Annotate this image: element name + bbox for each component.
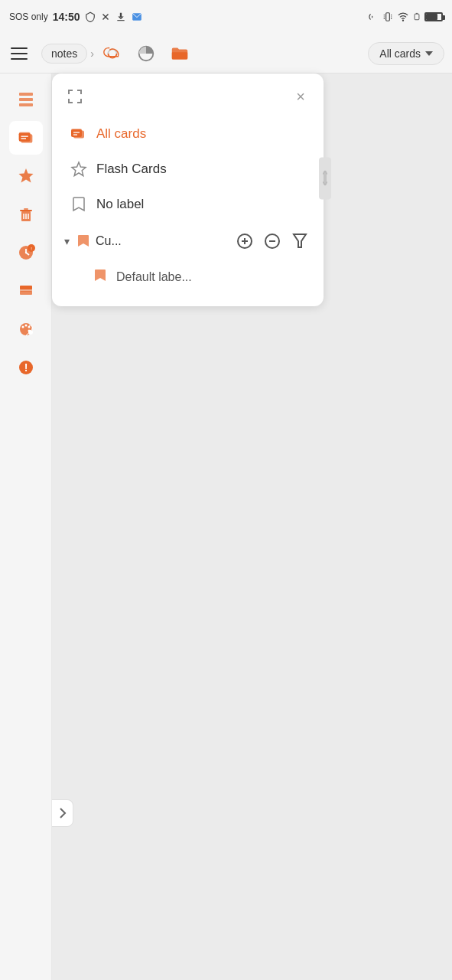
all-cards-menu-icon [70,126,87,142]
close-button[interactable]: × [290,86,311,107]
section-bookmark-icon [76,234,89,249]
alert-icon: ! [16,358,36,377]
svg-rect-37 [20,291,32,295]
sidebar-item-layers[interactable] [9,274,43,308]
minus-icon [263,232,281,250]
shield-icon [85,11,96,22]
no-label-menu-label: No label [96,197,144,212]
svg-rect-14 [172,52,187,59]
svg-rect-20 [18,133,30,142]
x-icon [100,11,111,22]
all-cards-menu-label: All cards [96,126,146,142]
notes-breadcrumb[interactable]: notes [41,44,87,64]
svg-rect-3 [386,13,390,21]
svg-rect-16 [19,98,33,101]
svg-point-44 [28,330,33,335]
sidebar-item-list[interactable] [9,83,43,116]
svg-marker-52 [72,162,86,176]
low-battery-icon [413,11,421,22]
chevron-right-icon [57,805,68,821]
dropdown-item-no-label[interactable]: No label [52,187,324,222]
sidebar: ! ! [0,74,52,980]
palette-icon [16,319,36,339]
sync-cloud-button[interactable] [100,41,125,66]
svg-rect-25 [20,210,32,211]
svg-rect-15 [19,93,33,96]
dropdown-item-flash-cards[interactable]: Flash Cards [52,152,324,187]
star-icon [16,166,36,186]
status-bar: SOS only 14:50 [0,0,452,34]
clock-icon: ! [16,243,36,263]
all-cards-dropdown-button[interactable]: All cards [368,42,444,65]
layers-icon [16,281,36,301]
resize-handle-icon [323,167,327,190]
status-right [368,11,443,22]
sidebar-item-recent[interactable]: ! [9,236,43,270]
dropdown-arrow-icon [425,51,433,56]
main-layout: ! ! [0,74,452,980]
svg-marker-58 [294,234,306,247]
dropdown-panel: × All cards Flash C [52,74,324,306]
star-menu-icon [70,161,87,178]
sidebar-item-alerts[interactable]: ! [9,351,43,384]
hamburger-line-2 [11,53,28,54]
svg-rect-38 [20,286,32,289]
svg-point-42 [28,326,30,328]
list-icon [16,90,36,109]
svg-point-40 [21,326,24,328]
add-label-button[interactable] [233,230,256,253]
section-chevron-icon[interactable]: ▾ [64,235,70,247]
resize-handle[interactable] [319,157,331,199]
trash-icon [16,204,36,224]
notes-label: notes [51,47,77,60]
default-label-icon [92,268,107,286]
sidebar-item-favorites[interactable] [9,159,43,193]
svg-point-33 [24,252,26,253]
sidebar-item-palette[interactable] [9,312,43,346]
wifi-icon [397,11,409,22]
breadcrumb: notes › [41,44,94,64]
svg-rect-17 [19,103,33,106]
mail-icon [131,11,143,22]
pie-chart-button[interactable] [134,41,158,66]
svg-point-10 [402,20,403,21]
pie-chart-icon [136,44,156,64]
dropdown-section: ▾ Cu... [52,222,324,260]
section-actions [233,230,311,253]
section-title: Cu... [96,234,227,248]
hamburger-line-3 [11,58,28,60]
default-label-text: Default labe... [116,270,192,284]
battery-icon [424,12,443,21]
sidebar-item-cards[interactable] [9,121,43,155]
nav-bar: notes › All card [0,34,452,74]
hamburger-button[interactable] [8,40,35,67]
sos-text: SOS only [9,11,48,22]
svg-rect-49 [71,129,82,137]
no-label-icon [70,196,87,213]
svg-point-41 [24,325,27,327]
filter-label-button[interactable] [288,230,311,253]
status-time: 14:50 [53,11,80,23]
cards-menu-icon [70,126,87,142]
dropdown-item-all-cards[interactable]: All cards [52,116,324,152]
dropdown-subitem-default-label[interactable]: Default labe... [52,260,324,294]
svg-rect-26 [24,208,28,210]
hamburger-line-1 [11,47,28,49]
folder-icon [170,44,190,64]
sidebar-expand-button[interactable] [52,799,73,827]
shrink-button[interactable] [64,86,86,107]
all-cards-label: All cards [379,47,421,60]
download-icon [115,11,126,22]
vibrate-icon [382,11,393,22]
dropdown-header: × [52,83,324,116]
breadcrumb-separator: › [90,47,94,60]
bookmark-no-label-icon [70,196,87,213]
remove-label-button[interactable] [261,230,284,253]
svg-marker-23 [18,168,33,183]
add-icon [236,232,254,250]
sidebar-item-trash[interactable] [9,198,43,231]
folder-button[interactable] [167,41,192,66]
nav-icons [100,41,362,66]
bookmark-section-icon [76,234,89,249]
status-left: SOS only 14:50 [9,11,143,23]
